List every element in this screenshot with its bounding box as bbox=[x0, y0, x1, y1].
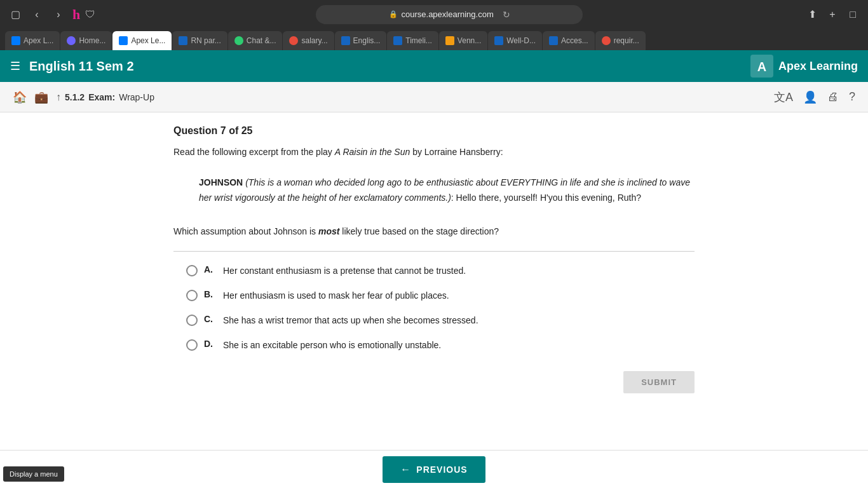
briefcase-icon[interactable]: 💼 bbox=[34, 90, 48, 104]
refresh-icon: ↻ bbox=[503, 10, 510, 20]
share-button[interactable]: ⬆ bbox=[803, 6, 821, 24]
play-title: A Raisin in the Sun bbox=[335, 147, 410, 157]
option-b-text: Her enthusiasm is used to mask her fear … bbox=[223, 289, 449, 302]
question-intro: Read the following excerpt from the play… bbox=[173, 146, 695, 159]
translate-icon[interactable]: 文A bbox=[774, 90, 793, 105]
tab-apex2[interactable]: Apex Le... bbox=[112, 31, 172, 50]
divider bbox=[173, 251, 695, 252]
address-text: course.apexlearning.com bbox=[402, 10, 494, 19]
browser-controls: ▢ ‹ › bbox=[6, 6, 67, 24]
radio-c[interactable] bbox=[186, 315, 198, 326]
previous-button[interactable]: ← PREVIOUS bbox=[383, 456, 485, 483]
option-c-text: She has a wrist tremor that acts up when… bbox=[223, 314, 478, 327]
main-area: Question 7 of 25 Read the following exce… bbox=[0, 112, 868, 450]
action-row: SUBMIT bbox=[173, 371, 695, 393]
question-header: Question 7 of 25 bbox=[173, 125, 695, 137]
tab-label-apex1: Apex L... bbox=[24, 36, 53, 45]
svg-text:A: A bbox=[757, 60, 766, 74]
browser-chrome: ▢ ‹ › h 🛡 🔒 course.apexlearning.com ↻ ⬆ … bbox=[0, 0, 868, 29]
intro-text: Read the following excerpt from the play bbox=[173, 147, 335, 157]
prev-arrow-icon: ← bbox=[400, 464, 411, 475]
tab-label-requir: requir... bbox=[614, 36, 639, 45]
address-bar-container: 🔒 course.apexlearning.com ↻ bbox=[100, 5, 798, 24]
shield-icon: 🛡 bbox=[85, 9, 95, 20]
prev-label: PREVIOUS bbox=[416, 464, 467, 475]
address-bar[interactable]: 🔒 course.apexlearning.com ↻ bbox=[316, 5, 583, 24]
option-a-text: Her constant enthusiasm is a pretense th… bbox=[223, 264, 466, 278]
option-a: A. Her constant enthusiasm is a pretense… bbox=[186, 264, 682, 278]
forward-button[interactable]: › bbox=[50, 6, 67, 24]
option-d: D. She is an excitable person who is emo… bbox=[186, 339, 682, 352]
app-header: ☰ English 11 Sem 2 A Apex Learning bbox=[0, 50, 868, 82]
tab-favicon-rn bbox=[179, 36, 187, 45]
tab-rn[interactable]: RN par... bbox=[172, 31, 227, 50]
breadcrumb-value: Wrap-Up bbox=[119, 92, 154, 102]
tab-label-home: Home... bbox=[79, 36, 105, 45]
prompt-before: Which assumption about Johnson is bbox=[173, 226, 318, 236]
options-list: A. Her constant enthusiasm is a pretense… bbox=[173, 264, 695, 352]
excerpt-text: JOHNSON (This is a woman who decided lon… bbox=[199, 175, 695, 206]
tab-chat[interactable]: Chat &... bbox=[228, 31, 283, 50]
back-button[interactable]: ‹ bbox=[28, 6, 46, 24]
tab-favicon-english bbox=[341, 36, 350, 45]
radio-d[interactable] bbox=[186, 339, 198, 351]
excerpt-block: JOHNSON (This is a woman who decided lon… bbox=[199, 169, 695, 212]
tab-access[interactable]: Acces... bbox=[543, 31, 595, 50]
tab-favicon-requir bbox=[602, 36, 611, 45]
breadcrumb: ↑ 5.1.2 Exam: Wrap-Up bbox=[56, 92, 154, 103]
tab-label-timeline: Timeli... bbox=[405, 36, 432, 45]
tab-favicon-chat bbox=[234, 36, 243, 45]
option-c: C. She has a wrist tremor that acts up w… bbox=[186, 314, 682, 327]
display-menu-button[interactable]: Display a menu bbox=[3, 466, 64, 482]
question-prompt: Which assumption about Johnson is most l… bbox=[173, 225, 695, 238]
hamburger-icon[interactable]: ☰ bbox=[10, 59, 20, 73]
help-icon[interactable]: ? bbox=[849, 90, 855, 104]
upload-icon: ↑ bbox=[56, 92, 61, 103]
honey-logo: h bbox=[72, 6, 80, 23]
tab-favicon-salary bbox=[289, 36, 298, 45]
option-a-letter: A. bbox=[204, 264, 217, 274]
submit-button[interactable]: SUBMIT bbox=[623, 371, 695, 393]
breadcrumb-section: 5.1.2 bbox=[65, 92, 85, 102]
tab-favicon-venn bbox=[445, 36, 454, 45]
new-tab-button[interactable]: + bbox=[824, 6, 841, 24]
tabs-bar: Apex L... Home... Apex Le... RN par... C… bbox=[0, 29, 868, 50]
app-header-left: ☰ English 11 Sem 2 bbox=[10, 59, 134, 74]
tab-favicon-home bbox=[67, 36, 76, 45]
tab-label-salary: salary... bbox=[301, 36, 327, 45]
print-icon[interactable]: 🖨 bbox=[827, 90, 839, 104]
apex-logo-icon: A bbox=[750, 55, 773, 78]
tab-apex1[interactable]: Apex L... bbox=[5, 31, 60, 50]
tab-english[interactable]: Englis... bbox=[335, 31, 387, 50]
tab-requir[interactable]: requir... bbox=[595, 31, 646, 50]
tab-favicon-apex2 bbox=[119, 36, 128, 45]
radio-a[interactable] bbox=[186, 265, 198, 276]
profile-icon[interactable]: 👤 bbox=[803, 90, 817, 104]
windows-button[interactable]: □ bbox=[844, 6, 862, 24]
home-icon[interactable]: 🏠 bbox=[13, 90, 27, 104]
sub-header: 🏠 💼 ↑ 5.1.2 Exam: Wrap-Up 文A 👤 🖨 ? bbox=[0, 82, 868, 112]
sub-header-left: 🏠 💼 ↑ 5.1.2 Exam: Wrap-Up bbox=[13, 90, 154, 104]
tab-home[interactable]: Home... bbox=[60, 31, 112, 50]
tab-timeline[interactable]: Timeli... bbox=[387, 31, 438, 50]
tab-salary[interactable]: salary... bbox=[283, 31, 334, 50]
tab-label-chat: Chat &... bbox=[247, 36, 276, 45]
app-title: English 11 Sem 2 bbox=[29, 59, 134, 74]
radio-b[interactable] bbox=[186, 290, 198, 301]
option-d-letter: D. bbox=[204, 339, 217, 349]
character-name: JOHNSON bbox=[199, 177, 243, 187]
tab-label-venn: Venn... bbox=[458, 36, 481, 45]
tab-label-welld: Well-D... bbox=[506, 36, 536, 45]
option-b-letter: B. bbox=[204, 289, 217, 299]
intro-author: by Lorraine Hansberry: bbox=[410, 147, 503, 157]
tab-welld[interactable]: Well-D... bbox=[488, 31, 542, 50]
footer-bar: ← PREVIOUS bbox=[0, 450, 868, 488]
prompt-italic: most bbox=[318, 226, 339, 236]
tab-venn[interactable]: Venn... bbox=[439, 31, 487, 50]
tab-label-access: Acces... bbox=[561, 36, 588, 45]
tab-favicon-welld bbox=[494, 36, 503, 45]
sidebar-toggle-button[interactable]: ▢ bbox=[6, 6, 24, 24]
apex-learning-logo: A Apex Learning bbox=[750, 55, 858, 78]
excerpt-dialogue: : Hello there, yourself! H'you this even… bbox=[451, 193, 641, 203]
prompt-after: likely true based on the stage direction… bbox=[339, 226, 499, 236]
